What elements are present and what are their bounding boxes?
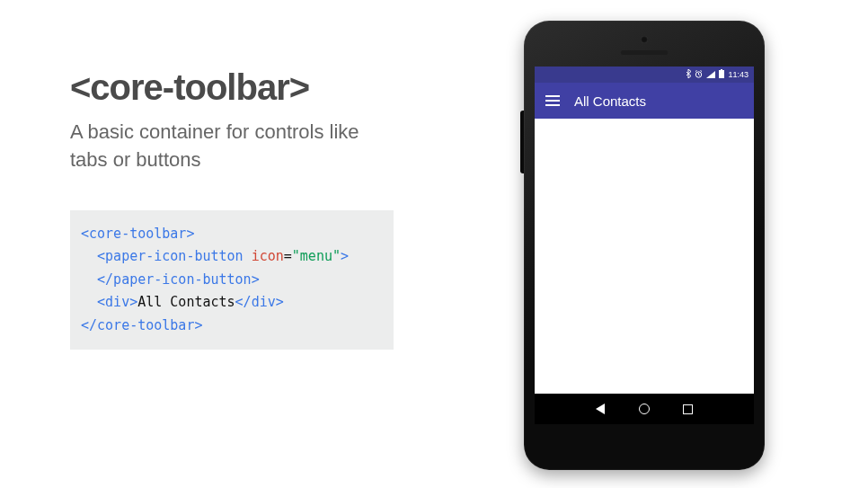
code-eq: =	[284, 248, 292, 264]
code-line-1: <core-toolbar>	[81, 226, 194, 242]
code-line-3: </paper-icon-button>	[97, 271, 260, 288]
code-div-close: </div>	[235, 294, 284, 310]
front-camera	[641, 36, 648, 43]
subheading: A basic container for controls like tabs…	[70, 119, 394, 174]
phone-side-button	[520, 111, 524, 173]
code-tag-open: <paper-icon-button	[97, 248, 244, 264]
phone-mockup: 11:43 All Contacts	[524, 21, 765, 470]
phone-screen: 11:43 All Contacts	[535, 67, 754, 424]
app-body	[535, 119, 754, 394]
nav-recent-icon[interactable]	[683, 404, 693, 414]
status-clock: 11:43	[728, 70, 748, 79]
heading: <core-toolbar>	[70, 67, 394, 108]
nav-back-icon[interactable]	[596, 404, 605, 414]
battery-icon	[719, 69, 724, 80]
toolbar-title: All Contacts	[574, 93, 646, 109]
speaker-grille	[621, 50, 668, 55]
android-nav-bar	[535, 394, 754, 424]
signal-icon	[706, 71, 715, 78]
code-attr-name: icon	[244, 248, 284, 264]
code-line-5: </core-toolbar>	[81, 317, 202, 333]
bluetooth-icon	[686, 69, 691, 80]
nav-home-icon[interactable]	[639, 404, 650, 414]
code-snippet: <core-toolbar> <paper-icon-button icon="…	[70, 210, 394, 350]
svg-rect-1	[719, 70, 724, 78]
code-tag-close: >	[341, 248, 349, 264]
svg-rect-2	[721, 69, 722, 70]
app-toolbar: All Contacts	[535, 83, 754, 119]
alarm-icon	[695, 70, 703, 80]
code-div-text: All Contacts	[137, 294, 235, 310]
status-bar: 11:43	[535, 67, 754, 83]
code-div-open: <div>	[97, 294, 137, 310]
code-attr-val: "menu"	[292, 248, 341, 264]
menu-icon[interactable]	[545, 95, 560, 106]
